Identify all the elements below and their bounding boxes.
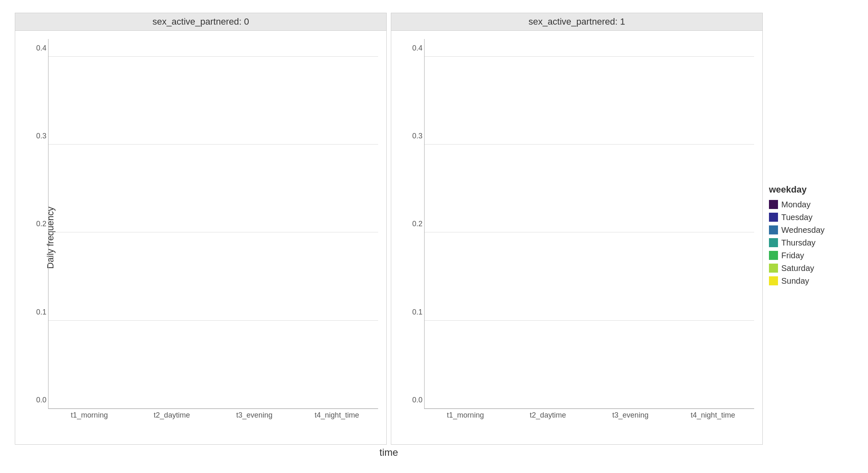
legend-title: weekday [769, 184, 847, 195]
legend-label-5: Saturday [781, 264, 814, 273]
x-tick-2: t3_evening [217, 411, 292, 420]
y-tick-label: 0.3 [36, 132, 46, 140]
legend-color-6 [769, 276, 778, 285]
x-tick-2: t3_evening [593, 411, 668, 420]
y-tick-label: 0.3 [412, 132, 422, 140]
panel-1: sex_active_partnered: 10.00.10.20.30.4t1… [391, 13, 763, 445]
x-tick-3: t4_night_time [676, 411, 750, 420]
y-tick-label: 0.4 [412, 44, 422, 52]
y-tick-label: 0.0 [412, 396, 422, 404]
x-tick-1: t2_daytime [511, 411, 585, 420]
panel-0: sex_active_partnered: 0Daily frequency0.… [15, 13, 387, 445]
panel-body-0: Daily frequency0.00.10.20.30.4t1_morning… [15, 31, 386, 444]
legend-item-6: Sunday [769, 276, 847, 286]
legend-label-3: Thursday [781, 238, 815, 248]
x-tick-3: t4_night_time [300, 411, 374, 420]
legend-item-2: Wednesday [769, 225, 847, 235]
panels-row: sex_active_partnered: 0Daily frequency0.… [13, 11, 765, 447]
legend-item-0: Monday [769, 200, 847, 209]
x-axis-1: t1_morningt2_daytimet3_eveningt4_night_t… [424, 411, 754, 420]
legend-item-1: Tuesday [769, 213, 847, 222]
y-tick-label: 0.0 [36, 396, 46, 404]
chart-area-1: 0.00.10.20.30.4t1_morningt2_daytimet3_ev… [424, 39, 754, 420]
legend-label-4: Friday [781, 251, 804, 260]
chart-area-0: 0.00.10.20.30.4t1_morningt2_daytimet3_ev… [48, 39, 378, 420]
bars-groups-0 [48, 39, 378, 409]
legend-item-4: Friday [769, 251, 847, 260]
legend-label-2: Wednesday [781, 225, 824, 235]
x-tick-1: t2_daytime [135, 411, 209, 420]
chart-container: sex_active_partnered: 0Daily frequency0.… [13, 11, 855, 462]
x-axis-0: t1_morningt2_daytimet3_eveningt4_night_t… [48, 411, 378, 420]
x-tick-0: t1_morning [52, 411, 127, 420]
y-tick-label: 0.4 [36, 44, 46, 52]
legend-color-0 [769, 200, 778, 209]
legend-color-4 [769, 251, 778, 260]
legend: weekdayMondayTuesdayWednesdayThursdayFri… [765, 11, 855, 462]
x-tick-0: t1_morning [428, 411, 503, 420]
y-tick-label: 0.2 [36, 220, 46, 228]
plots-area: sex_active_partnered: 0Daily frequency0.… [13, 11, 765, 462]
legend-item-5: Saturday [769, 264, 847, 273]
legend-item-3: Thursday [769, 238, 847, 248]
legend-color-5 [769, 264, 778, 273]
x-axis-label: time [13, 447, 765, 462]
legend-color-2 [769, 225, 778, 234]
y-tick-label: 0.2 [412, 220, 422, 228]
legend-label-6: Sunday [781, 276, 809, 286]
legend-label-1: Tuesday [781, 213, 813, 222]
panel-header-1: sex_active_partnered: 1 [391, 13, 762, 31]
grid-bars-1: 0.00.10.20.30.4 [424, 39, 754, 409]
y-tick-label: 0.1 [36, 308, 46, 316]
legend-label-0: Monday [781, 200, 810, 209]
panel-body-1: 0.00.10.20.30.4t1_morningt2_daytimet3_ev… [391, 31, 762, 444]
bars-groups-1 [425, 39, 754, 409]
legend-color-1 [769, 213, 778, 222]
y-tick-label: 0.1 [412, 308, 422, 316]
panel-header-0: sex_active_partnered: 0 [15, 13, 386, 31]
grid-bars-0: 0.00.10.20.30.4 [48, 39, 378, 409]
legend-color-3 [769, 238, 778, 247]
